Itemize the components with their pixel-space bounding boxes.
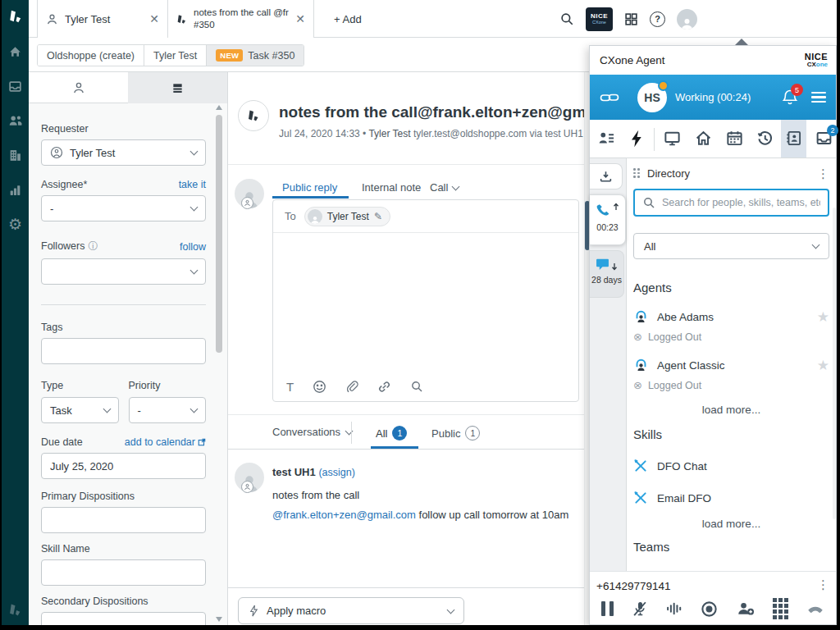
monitor-icon[interactable] — [664, 130, 681, 147]
recipient-pill[interactable]: Tyler Test ✎ — [304, 207, 390, 226]
footer-divider — [228, 587, 589, 588]
user-avatar[interactable] — [677, 9, 697, 30]
close-icon[interactable]: ✕ — [149, 13, 159, 25]
chat-interaction-card[interactable]: 28 days — [590, 250, 624, 298]
help-icon[interactable]: ? — [650, 11, 665, 27]
link-icon[interactable] — [600, 91, 619, 104]
masking-audio-icon[interactable] — [666, 601, 682, 616]
properties-scrollbar[interactable] — [215, 105, 223, 622]
agent-row[interactable]: Agent Classic ★ — [633, 357, 829, 374]
requester-select[interactable]: Tyler Test — [41, 139, 206, 166]
sidebar-home-icon[interactable] — [8, 43, 22, 60]
toolbar-divider — [654, 128, 655, 151]
agents-load-more[interactable]: load more... — [633, 404, 829, 416]
filter-public[interactable]: Public 1 — [431, 426, 480, 441]
directory-scrollbar[interactable] — [833, 208, 836, 519]
tab-ticket-350[interactable]: notes from the call @fra... #350 ✕ — [168, 0, 314, 38]
agent-status-text[interactable]: Working (00:24) — [675, 91, 751, 103]
tab-internal-note[interactable]: Internal note — [362, 181, 421, 194]
primary-dispositions-input[interactable] — [50, 514, 197, 527]
scrollbar-thumb[interactable] — [216, 115, 222, 353]
quick-actions-lightning-icon[interactable] — [628, 130, 644, 148]
tab-requester-details[interactable] — [29, 72, 128, 103]
email-link[interactable]: @frank.elton+zen@gmail.com — [272, 509, 416, 521]
inbound-arrow-icon — [613, 203, 619, 211]
mute-mic-icon[interactable] — [632, 600, 648, 617]
conversations-bar: Conversations All 1 Public 1 — [228, 414, 589, 450]
calendar-icon[interactable] — [726, 130, 743, 147]
skills-load-more[interactable]: load more... — [633, 518, 829, 530]
apps-grid-icon[interactable] — [624, 12, 638, 26]
text-format-icon[interactable]: T — [286, 380, 294, 394]
followers-select[interactable] — [41, 258, 206, 285]
menu-icon[interactable] — [811, 89, 826, 106]
hold-pause-icon[interactable] — [601, 601, 614, 616]
tags-input[interactable] — [50, 345, 197, 358]
history-icon[interactable] — [756, 130, 774, 147]
chevron-down-icon — [812, 241, 820, 249]
logged-out-icon: ⊗ — [633, 379, 642, 391]
breadcrumb-ticket[interactable]: NEW Task #350 — [207, 45, 304, 66]
hang-up-icon[interactable] — [806, 603, 824, 614]
cxone-app-button[interactable]: NICE CXone — [586, 7, 613, 31]
sidebar-reporting-icon[interactable] — [8, 181, 22, 198]
active-call-card[interactable]: 00:23 — [590, 194, 626, 245]
sidebar-customers-icon[interactable] — [8, 112, 23, 129]
breadcrumb-requester[interactable]: Tyler Test — [144, 45, 207, 66]
attachment-icon[interactable] — [345, 380, 358, 393]
favorite-star-icon[interactable]: ★ — [817, 308, 829, 326]
assign-link[interactable]: (assign) — [318, 467, 354, 478]
filter-all[interactable]: All 1 — [376, 426, 407, 441]
type-select[interactable]: Task — [41, 397, 119, 423]
search-icon[interactable] — [559, 11, 574, 26]
skill-row[interactable]: DFO Chat — [633, 459, 829, 473]
drag-handle-icon[interactable] — [633, 168, 640, 178]
skill-name-input[interactable] — [50, 567, 197, 579]
home-icon[interactable] — [695, 130, 712, 147]
skill-row[interactable]: Email DFO — [633, 491, 829, 505]
sidebar-views-icon[interactable] — [8, 78, 22, 94]
record-icon[interactable] — [701, 600, 718, 618]
pull-contact-icon[interactable] — [590, 163, 623, 189]
add-tab-button[interactable]: + Add — [324, 0, 372, 38]
link-icon[interactable] — [377, 380, 391, 394]
directory-search-input[interactable] — [662, 197, 820, 208]
reply-editor[interactable]: To Tyler Test ✎ T — [272, 199, 579, 402]
conversations-dropdown[interactable]: Conversations — [272, 426, 352, 438]
close-icon[interactable]: ✕ — [295, 13, 305, 25]
tab-tyler-test[interactable]: Tyler Test ✕ — [37, 0, 168, 38]
tab-ticket-title: notes from the call @fra... — [194, 7, 289, 19]
sidebar-admin-icon[interactable]: ⚙ — [8, 216, 22, 232]
tab-public-reply[interactable]: Public reply — [282, 181, 337, 194]
call-options-kebab-icon[interactable]: ⋮ — [817, 578, 829, 591]
take-it-link[interactable]: take it — [179, 179, 206, 190]
skill-name-label: Skill Name — [41, 543, 90, 555]
directory-book-icon[interactable] — [785, 130, 802, 147]
scroll-up-arrow[interactable] — [216, 105, 222, 110]
add-to-calendar-link[interactable]: add to calendar — [125, 436, 206, 448]
edit-pencil-icon[interactable]: ✎ — [374, 211, 382, 222]
directory-filter-select[interactable]: All — [633, 233, 829, 259]
assignee-select[interactable]: - — [41, 195, 206, 221]
follow-link[interactable]: follow — [180, 241, 206, 253]
agent-row[interactable]: Abe Adams ★ — [633, 308, 829, 326]
sidebar-organizations-icon[interactable] — [8, 147, 22, 163]
breadcrumb-account[interactable]: Oldshoppe (create) — [38, 45, 144, 66]
agent-profile-icon[interactable] — [598, 130, 615, 147]
priority-select[interactable]: - — [129, 397, 207, 423]
tab-call[interactable]: Call — [430, 181, 459, 194]
phone-icon — [596, 203, 611, 218]
favorite-star-icon[interactable]: ★ — [817, 357, 829, 374]
scroll-down-arrow[interactable] — [216, 617, 222, 622]
notifications-bell-icon[interactable]: 5 — [782, 89, 798, 106]
agent-avatar[interactable]: HS — [637, 83, 667, 112]
due-date-input[interactable] — [50, 460, 197, 472]
kebab-menu-icon[interactable]: ⋮ — [817, 167, 829, 180]
tab-ticket-fields[interactable] — [128, 72, 227, 103]
add-participant-icon[interactable] — [737, 600, 755, 617]
keypad-icon[interactable] — [773, 598, 788, 619]
emoji-icon[interactable] — [313, 380, 326, 394]
work-items-icon[interactable]: 2 — [815, 130, 833, 147]
apply-macro-dropdown[interactable]: Apply macro — [238, 597, 464, 624]
search-icon[interactable] — [410, 380, 423, 393]
